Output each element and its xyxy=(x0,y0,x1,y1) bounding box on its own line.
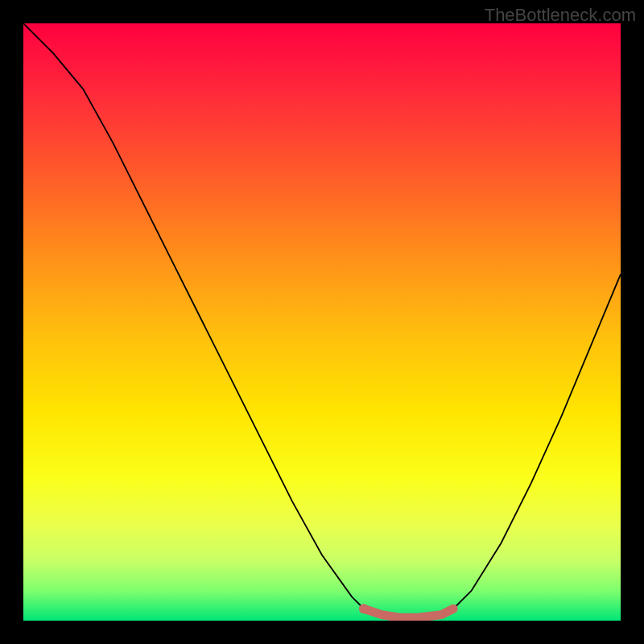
svg-point-0 xyxy=(359,604,369,613)
optimal-range-highlight xyxy=(23,23,621,621)
watermark-text: TheBottleneck.com xyxy=(485,5,636,26)
chart-plot-area xyxy=(23,23,621,621)
